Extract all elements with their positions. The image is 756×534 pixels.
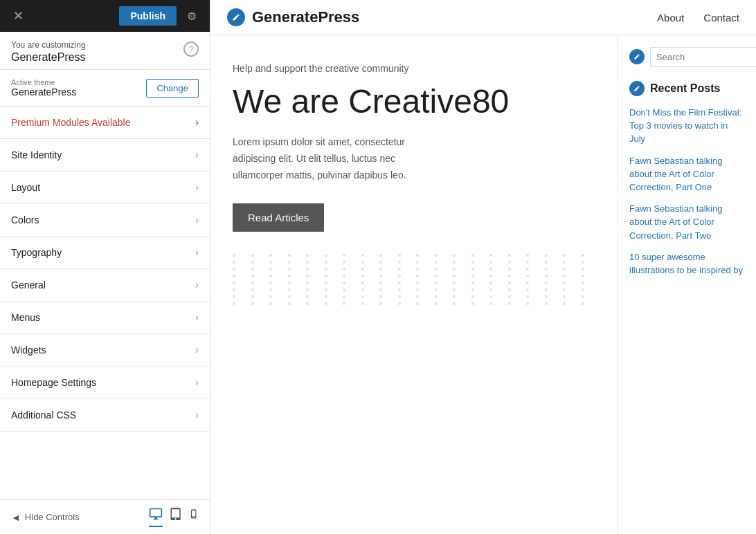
chevron-right-icon: › — [195, 279, 199, 291]
hero-title: We are Creative80 — [233, 82, 595, 120]
active-theme-name: GeneratePress — [11, 86, 76, 98]
publish-button[interactable]: Publish — [119, 6, 177, 26]
recent-post-item: Fawn Sebastian talking about the Art of … — [629, 202, 745, 242]
premium-modules-label: Premium Modules Available — [11, 117, 131, 128]
recent-posts-list: Don't Miss the Film Festival: Top 3 movi… — [629, 106, 745, 277]
logo-edit-icon[interactable] — [227, 8, 245, 26]
recent-post-item: Don't Miss the Film Festival: Top 3 movi… — [629, 106, 745, 146]
menu-item-additional-css[interactable]: Additional CSS › — [0, 399, 210, 432]
close-button[interactable]: ✕ — [8, 6, 28, 26]
recent-post-link-4[interactable]: 10 super awesome illustrations to be ins… — [629, 252, 743, 275]
menu-item-site-identity[interactable]: Site Identity › — [0, 139, 210, 172]
hero-subtitle: Help and support the creative community — [233, 63, 595, 74]
read-articles-button[interactable]: Read Articles — [233, 203, 324, 232]
gear-button[interactable]: ⚙ — [182, 6, 201, 26]
chevron-right-icon: › — [195, 149, 199, 161]
dots-pattern: // Generate dots inline document.current… — [233, 254, 595, 305]
device-icons-group — [149, 507, 199, 527]
recent-posts-header: Recent Posts — [629, 81, 745, 96]
bottom-bar: ◄ Hide Controls — [0, 499, 210, 534]
customizing-site-name: GeneratePress — [11, 51, 86, 64]
desktop-icon[interactable] — [149, 507, 163, 527]
menu-item-label: Typography — [11, 247, 62, 258]
change-theme-button[interactable]: Change — [146, 79, 199, 98]
hero-area: Help and support the creative community … — [210, 35, 618, 534]
site-header: GeneratePress About Contact — [210, 0, 756, 35]
recent-post-link-3[interactable]: Fawn Sebastian talking about the Art of … — [629, 203, 722, 240]
site-logo-area: GeneratePress — [227, 8, 359, 26]
menu-item-label: Menus — [11, 312, 40, 323]
active-theme-row: Active theme GeneratePress Change — [0, 70, 210, 107]
chevron-right-icon: › — [195, 344, 199, 356]
recent-posts-title: Recent Posts — [650, 82, 720, 95]
recent-post-link-2[interactable]: Fawn Sebastian talking about the Art of … — [629, 156, 722, 192]
recent-post-item: Fawn Sebastian talking about the Art of … — [629, 154, 745, 194]
menu-item-label: Homepage Settings — [11, 377, 96, 388]
tablet-icon[interactable] — [170, 507, 182, 527]
chevron-right-icon: › — [195, 376, 199, 389]
menu-item-general[interactable]: General › — [0, 269, 210, 302]
recent-post-link-1[interactable]: Don't Miss the Film Festival: Top 3 movi… — [629, 107, 741, 144]
hero-body: Lorem ipsum dolor sit amet, consectetur … — [233, 134, 447, 183]
chevron-right-icon: › — [195, 409, 199, 421]
site-title: GeneratePress — [252, 8, 359, 26]
chevron-right-icon: › — [195, 181, 199, 194]
menu-item-typography[interactable]: Typography › — [0, 237, 210, 269]
menu-item-label: Widgets — [11, 344, 46, 356]
site-nav: About Contact — [657, 12, 739, 24]
menu-item-layout[interactable]: Layout › — [0, 172, 210, 204]
nav-about[interactable]: About — [657, 12, 684, 24]
customizing-info: You are customizing GeneratePress ? — [0, 32, 210, 70]
sidebar: Recent Posts Don't Miss the Film Festiva… — [618, 35, 756, 534]
premium-modules-row[interactable]: Premium Modules Available › — [0, 107, 210, 139]
help-icon[interactable]: ? — [183, 42, 199, 57]
menu-item-menus[interactable]: Menus › — [0, 302, 210, 334]
chevron-right-icon: › — [195, 311, 199, 324]
recent-post-item: 10 super awesome illustrations to be ins… — [629, 250, 745, 277]
search-input[interactable] — [650, 47, 756, 67]
active-theme-label: Active theme — [11, 78, 76, 86]
menu-item-label: Layout — [11, 182, 40, 193]
menu-item-widgets[interactable]: Widgets › — [0, 334, 210, 367]
top-bar: ✕ Publish ⚙ — [0, 0, 210, 32]
mobile-icon[interactable] — [189, 507, 199, 527]
chevron-right-icon: › — [195, 214, 199, 226]
search-widget — [629, 46, 745, 67]
recent-posts-edit-icon[interactable] — [629, 81, 645, 96]
nav-contact[interactable]: Contact — [703, 12, 739, 24]
search-widget-edit-icon[interactable] — [629, 49, 645, 64]
customizing-label: You are customizing — [11, 40, 86, 50]
menu-items-list: Site Identity › Layout › Colors › Typogr… — [0, 139, 210, 499]
left-panel: ✕ Publish ⚙ You are customizing Generate… — [0, 0, 210, 534]
menu-item-colors[interactable]: Colors › — [0, 204, 210, 237]
menu-item-label: General — [11, 279, 46, 291]
main-content: Help and support the creative community … — [210, 35, 756, 534]
hide-controls-button[interactable]: ◄ Hide Controls — [11, 512, 80, 523]
hide-controls-label: Hide Controls — [25, 512, 80, 522]
preview-panel: GeneratePress About Contact Help and sup… — [210, 0, 756, 534]
premium-chevron-icon: › — [195, 116, 199, 129]
menu-item-label: Site Identity — [11, 149, 62, 160]
chevron-right-icon: › — [195, 246, 199, 259]
menu-item-label: Colors — [11, 214, 39, 225]
menu-item-label: Additional CSS — [11, 409, 76, 421]
arrow-left-icon: ◄ — [11, 512, 21, 523]
menu-item-homepage-settings[interactable]: Homepage Settings › — [0, 367, 210, 399]
